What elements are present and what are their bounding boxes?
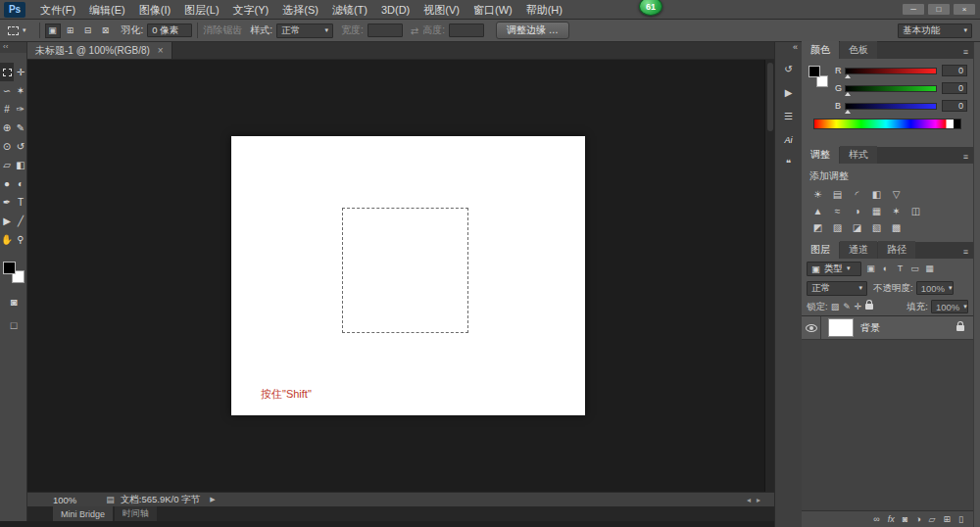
opacity-field[interactable]: 100% ▾ — [916, 281, 954, 295]
filter-shape-layers-icon[interactable]: ▭ — [908, 263, 921, 275]
foreground-background-colors[interactable] — [2, 261, 25, 284]
menu-item-view[interactable]: 视图(V) — [416, 0, 466, 20]
minimize-button[interactable]: ─ — [902, 3, 925, 16]
layer-mask-icon[interactable]: ◙ — [903, 514, 907, 524]
posterize-icon[interactable]: ▨ — [829, 220, 846, 234]
panel-menu-icon[interactable]: ≡ — [958, 150, 973, 164]
blue-slider[interactable] — [845, 103, 937, 110]
red-slider[interactable] — [845, 68, 937, 74]
invert-icon[interactable]: ◩ — [809, 220, 826, 234]
gradient-map-icon[interactable]: ▧ — [868, 220, 885, 234]
new-group-icon[interactable]: ▱ — [929, 514, 936, 524]
tab-styles[interactable]: 样式 — [840, 146, 877, 164]
properties-panel-icon[interactable]: ☰ — [780, 109, 798, 123]
tool-history-brush[interactable]: ↺ — [14, 137, 27, 156]
menu-item-3d[interactable]: 3D(D) — [374, 0, 416, 20]
menu-item-edit[interactable]: 编辑(E) — [82, 0, 132, 20]
height-input[interactable] — [449, 24, 484, 37]
tool-gradient[interactable]: ◧ — [14, 156, 27, 174]
illustrator-panel-icon[interactable]: Ai — [780, 132, 798, 147]
panel-menu-icon[interactable]: ≡ — [958, 245, 973, 259]
tab-adjustments[interactable]: 调整 — [802, 146, 839, 164]
tab-channels[interactable]: 通道 — [840, 241, 877, 259]
canvas-area[interactable]: 按住"Shift" — [27, 60, 774, 492]
intersect-selection-icon[interactable]: ⊠ — [98, 24, 114, 38]
refine-edge-button[interactable]: 调整边缘 … — [496, 22, 569, 39]
dock-edge-gutter[interactable] — [973, 42, 980, 527]
scroll-right-icon[interactable]: ▸ — [757, 496, 760, 504]
color-lookup-icon[interactable]: ◫ — [907, 204, 924, 217]
visibility-toggle[interactable] — [802, 316, 821, 339]
tool-path-select[interactable]: ▶ — [0, 212, 14, 230]
tool-eraser[interactable]: ▱ — [0, 156, 14, 174]
delete-layer-icon[interactable]: ▯ — [958, 514, 963, 524]
filter-pixel-layers-icon[interactable]: ▣ — [864, 263, 877, 275]
tool-move[interactable]: ✛ — [14, 63, 27, 81]
tab-swatches[interactable]: 色板 — [840, 41, 877, 59]
notes-panel-icon[interactable]: ❝ — [780, 156, 798, 170]
new-layer-icon[interactable]: ⊞ — [944, 514, 952, 524]
close-button[interactable]: × — [953, 3, 976, 16]
filter-smart-objects-icon[interactable]: ▦ — [923, 263, 936, 275]
menu-item-select[interactable]: 选择(S) — [275, 0, 325, 20]
fill-field[interactable]: 100% ▾ — [931, 300, 968, 313]
vertical-scrollbar-thumb[interactable] — [767, 63, 773, 131]
tool-preset-picker[interactable]: ▾ — [0, 20, 34, 41]
tool-type[interactable]: T — [14, 193, 27, 212]
tool-clone-stamp[interactable]: ⊙ — [0, 137, 14, 156]
color-spectrum-ramp[interactable] — [813, 119, 961, 129]
tool-magic-wand[interactable]: ✶ — [14, 81, 27, 100]
tool-lasso[interactable]: ∽ — [0, 81, 14, 100]
foreground-color-swatch[interactable] — [808, 66, 820, 77]
screen-mode-button[interactable]: □ — [0, 319, 27, 331]
lock-pixels-icon[interactable]: ✎ — [843, 302, 851, 311]
layer-thumbnail[interactable] — [828, 318, 854, 337]
new-selection-icon[interactable]: ▣ — [45, 24, 61, 38]
layer-style-icon[interactable]: fx — [888, 514, 895, 524]
blend-mode-dropdown[interactable]: 正常 ▾ — [807, 281, 867, 296]
add-selection-icon[interactable]: ⊞ — [63, 24, 78, 38]
width-input[interactable] — [368, 24, 403, 37]
menu-item-layer[interactable]: 图层(L) — [177, 0, 225, 20]
dock-expand-icon[interactable]: « — [775, 42, 802, 54]
photo-filter-icon[interactable]: ▦ — [868, 204, 885, 217]
threshold-icon[interactable]: ◪ — [849, 220, 865, 234]
panel-color-swatches[interactable] — [808, 65, 829, 88]
tool-eyedropper[interactable]: ✑ — [14, 100, 27, 119]
foreground-color-swatch[interactable] — [3, 262, 16, 274]
toolbar-collapse-icon[interactable]: ‹‹ — [0, 42, 26, 53]
adjustment-layer-icon[interactable]: ◑ — [915, 514, 920, 524]
history-panel-icon[interactable]: ↺ — [780, 62, 798, 76]
menu-item-file[interactable]: 文件(F) — [33, 0, 82, 20]
levels-icon[interactable]: ▤ — [829, 187, 846, 201]
channel-mixer-icon[interactable]: ✶ — [888, 204, 905, 217]
feather-input[interactable]: 0 像素 — [147, 24, 192, 37]
tool-crop[interactable]: # — [0, 100, 14, 119]
lock-all-icon[interactable] — [865, 304, 873, 310]
filter-kind-dropdown[interactable]: ▣ 类型 ▾ — [807, 262, 861, 276]
tab-layers[interactable]: 图层 — [802, 241, 839, 259]
color-balance-icon[interactable]: ≈ — [829, 204, 846, 217]
menu-item-type[interactable]: 文字(Y) — [226, 0, 276, 20]
quick-mask-button[interactable]: ◙ — [0, 296, 27, 308]
menu-item-filter[interactable]: 滤镜(T) — [325, 0, 374, 20]
menu-item-image[interactable]: 图像(I) — [132, 0, 177, 20]
vertical-scrollbar[interactable] — [764, 60, 774, 492]
zoom-level[interactable]: 100% — [53, 495, 76, 505]
green-value-input[interactable]: 0 — [942, 82, 967, 94]
vibrance-icon[interactable]: ▽ — [888, 187, 905, 201]
document-tab[interactable]: 未标题-1 @ 100%(RGB/8) × — [27, 42, 172, 59]
tool-pen[interactable]: ✒ — [0, 193, 14, 212]
curves-icon[interactable]: ◜ — [849, 187, 865, 201]
exposure-icon[interactable]: ◧ — [868, 187, 885, 201]
style-dropdown[interactable]: 正常 ▾ — [276, 24, 333, 38]
tab-paths[interactable]: 路径 — [878, 241, 915, 259]
blue-value-input[interactable]: 0 — [942, 100, 967, 112]
workspace-dropdown[interactable]: 基本功能 ▾ — [898, 24, 972, 38]
restore-button[interactable]: □ — [927, 3, 951, 16]
tool-hand[interactable]: ✋ — [0, 230, 14, 249]
document-canvas[interactable]: 按住"Shift" — [231, 136, 585, 415]
tab-color[interactable]: 颜色 — [802, 41, 839, 59]
lock-transparency-icon[interactable]: ▨ — [831, 302, 840, 311]
layer-row-background[interactable]: 背景 — [802, 316, 973, 340]
